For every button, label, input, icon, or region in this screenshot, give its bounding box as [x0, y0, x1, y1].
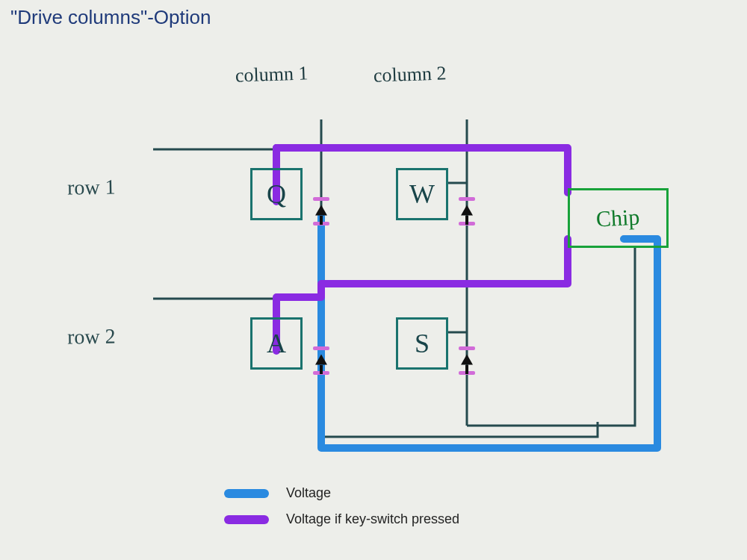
key-w: W	[396, 168, 448, 220]
legend-swatch-voltage	[224, 489, 269, 498]
chip-label: Chip	[595, 204, 640, 231]
key-s: S	[396, 317, 448, 370]
key-a: A	[250, 317, 303, 370]
legend-row-voltage: Voltage	[224, 485, 459, 501]
label-row-1: row 1	[67, 175, 116, 199]
legend: Voltage Voltage if key-switch pressed	[224, 485, 459, 538]
label-column-2: column 2	[374, 62, 447, 87]
chip-box: Chip	[568, 188, 669, 248]
page-title: "Drive columns"-Option	[10, 6, 211, 29]
key-w-label: W	[409, 178, 435, 210]
key-a-label: A	[267, 328, 286, 359]
label-row-2: row 2	[67, 324, 116, 349]
diode-icon	[313, 349, 329, 372]
diagram-canvas: "Drive columns"-Option column 1 column 2…	[0, 0, 747, 560]
label-column-1: column 1	[235, 62, 309, 87]
diode-icon	[459, 349, 475, 372]
key-q: Q	[250, 168, 303, 220]
legend-row-voltage-pressed: Voltage if key-switch pressed	[224, 511, 459, 527]
key-q-label: Q	[267, 178, 286, 210]
diode-icon	[313, 200, 329, 223]
diode-icon	[459, 200, 475, 223]
key-s-label: S	[415, 328, 430, 359]
legend-swatch-voltage-pressed	[224, 515, 269, 524]
legend-label-voltage: Voltage	[286, 485, 331, 500]
legend-label-voltage-pressed: Voltage if key-switch pressed	[286, 511, 459, 526]
